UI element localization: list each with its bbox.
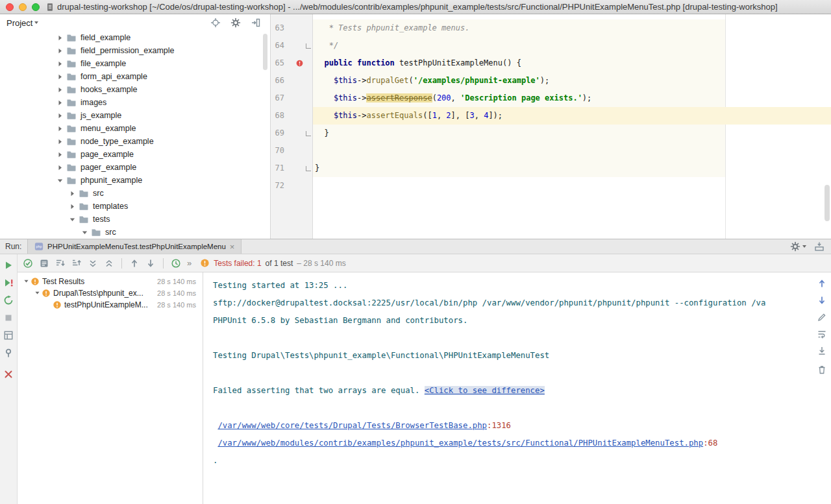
editor-line[interactable]: 71} bbox=[271, 160, 831, 177]
chevron-right-icon[interactable] bbox=[56, 125, 64, 133]
scroll-to-end-icon[interactable] bbox=[817, 346, 827, 356]
test-item-duration: 28 s 140 ms bbox=[157, 301, 203, 309]
rerun-icon[interactable] bbox=[3, 260, 14, 270]
editor-line[interactable]: 68 $this->assertEquals([1, 2], [3, 4]); bbox=[271, 107, 831, 125]
chevron-down-icon[interactable] bbox=[81, 228, 89, 237]
project-tree-item[interactable]: node_type_example bbox=[0, 135, 270, 148]
project-tree-item[interactable]: tests bbox=[0, 213, 270, 226]
chevron-down-icon[interactable] bbox=[56, 176, 64, 185]
test-item-label: Drupal\Tests\phpunit_ex... bbox=[53, 289, 143, 298]
stop-icon[interactable] bbox=[3, 313, 14, 323]
sort-alphabetically-icon[interactable] bbox=[71, 258, 82, 269]
project-tree-item[interactable]: field_permission_example bbox=[0, 44, 270, 57]
show-ignored-icon[interactable] bbox=[39, 258, 49, 269]
folder-icon bbox=[66, 149, 77, 160]
project-tree-item[interactable]: templates bbox=[0, 200, 270, 213]
project-tree-item[interactable]: menu_example bbox=[0, 122, 270, 135]
rerun-failed-tests-icon[interactable] bbox=[3, 278, 14, 288]
editor-line[interactable]: 67 $this->assertResponse(200, 'Descripti… bbox=[271, 90, 831, 107]
project-scrollbar[interactable] bbox=[263, 34, 267, 70]
project-tree-item[interactable]: images bbox=[0, 96, 270, 109]
test-tree-item[interactable]: Drupal\Tests\phpunit_ex...28 s 140 ms bbox=[18, 287, 203, 299]
test-history-icon[interactable] bbox=[171, 258, 181, 269]
close-tab-icon[interactable]: × bbox=[230, 243, 235, 251]
hide-window-icon[interactable] bbox=[814, 241, 825, 252]
view-diff-link[interactable]: <Click to see difference> bbox=[425, 386, 545, 395]
chevron-right-icon[interactable] bbox=[68, 202, 77, 211]
up-stack-trace-icon[interactable] bbox=[817, 278, 827, 289]
close-icon[interactable] bbox=[3, 369, 14, 379]
collapse-all-icon[interactable] bbox=[104, 258, 114, 269]
project-tree-item[interactable]: field_example bbox=[0, 31, 270, 44]
edit-source-icon[interactable] bbox=[817, 312, 827, 322]
folder-icon bbox=[66, 58, 77, 69]
editor-line[interactable]: 72 bbox=[271, 177, 831, 195]
down-stack-trace-icon[interactable] bbox=[817, 295, 827, 306]
chevron-down-icon[interactable] bbox=[32, 289, 42, 297]
chevron-right-icon[interactable] bbox=[56, 34, 64, 42]
clear-console-icon[interactable] bbox=[817, 365, 827, 375]
editor-scrollbar[interactable] bbox=[825, 185, 830, 221]
show-passed-icon[interactable] bbox=[23, 258, 33, 269]
fold-marker-icon[interactable] bbox=[306, 43, 311, 49]
test-results-tree: Test Results28 s 140 msDrupal\Tests\phpu… bbox=[18, 272, 203, 504]
select-opened-file-icon[interactable] bbox=[210, 18, 221, 28]
project-tree: field_examplefield_permission_examplefil… bbox=[0, 31, 270, 239]
stack-trace-link[interactable]: /var/www/web/core/tests/Drupal/Tests/Bro… bbox=[217, 421, 487, 430]
console-line: Failed asserting that two arrays are equ… bbox=[213, 382, 827, 400]
project-tree-item[interactable]: file_example bbox=[0, 57, 270, 70]
settings-icon[interactable] bbox=[790, 241, 800, 252]
chevron-right-icon[interactable] bbox=[56, 138, 64, 146]
editor-line[interactable]: 66 $this->drupalGet('/examples/phpunit-e… bbox=[271, 72, 831, 90]
project-panel-title[interactable]: Project bbox=[6, 18, 38, 28]
editor-line[interactable]: 65 public function testPhpUnitExampleMen… bbox=[271, 54, 831, 72]
editor-line[interactable]: 64 */ bbox=[271, 37, 831, 54]
editor-line[interactable]: 70 bbox=[271, 142, 831, 160]
restore-layout-icon[interactable] bbox=[3, 330, 14, 341]
next-failed-test-icon[interactable] bbox=[145, 258, 156, 269]
chevron-right-icon[interactable] bbox=[56, 150, 64, 159]
previous-failed-test-icon[interactable] bbox=[129, 258, 140, 269]
pin-tab-icon[interactable] bbox=[3, 348, 14, 358]
project-tree-item[interactable]: hooks_example bbox=[0, 83, 270, 96]
hide-panel-icon[interactable] bbox=[251, 18, 261, 28]
test-tree-item[interactable]: testPhpUnitExampleM...28 s 140 ms bbox=[18, 299, 203, 311]
expand-all-icon[interactable] bbox=[88, 258, 98, 269]
settings-icon[interactable] bbox=[230, 18, 241, 28]
chevron-right-icon[interactable] bbox=[56, 163, 64, 172]
editor-line[interactable]: 69 } bbox=[271, 125, 831, 142]
fold-marker-icon[interactable] bbox=[306, 131, 311, 136]
soft-wrap-icon[interactable] bbox=[817, 329, 827, 339]
project-tree-item[interactable]: pager_example bbox=[0, 161, 270, 174]
more-icon[interactable]: » bbox=[187, 258, 192, 269]
stack-trace-link[interactable]: /var/www/web/modules/contrib/examples/ph… bbox=[217, 438, 703, 448]
chevron-right-icon[interactable] bbox=[56, 99, 64, 107]
chevron-down-icon[interactable] bbox=[21, 278, 31, 285]
project-tree-item[interactable]: form_api_example bbox=[0, 70, 270, 83]
failed-test-marker[interactable] bbox=[295, 59, 304, 67]
editor-line[interactable]: 63 * Tests phpunit_example menus. bbox=[271, 19, 831, 37]
chevron-down-icon[interactable] bbox=[68, 215, 77, 224]
toggle-auto-test-icon[interactable] bbox=[3, 295, 14, 306]
project-item-label: hooks_example bbox=[81, 85, 138, 94]
chevron-right-icon[interactable] bbox=[56, 60, 64, 68]
chevron-right-icon[interactable] bbox=[56, 47, 64, 55]
run-tab[interactable]: php PHPUnitExampleMenuTest.testPhpUnitEx… bbox=[27, 239, 242, 254]
sort-by-duration-icon[interactable] bbox=[55, 258, 66, 269]
editor-lines: 63 * Tests phpunit_example menus.64 */65… bbox=[271, 19, 831, 195]
chevron-right-icon[interactable] bbox=[68, 189, 77, 198]
test-tree-item[interactable]: Test Results28 s 140 ms bbox=[18, 276, 203, 287]
project-tree-item[interactable]: src bbox=[0, 226, 270, 239]
zoom-window-button[interactable] bbox=[32, 3, 40, 11]
project-tree-item[interactable]: phpunit_example bbox=[0, 174, 270, 187]
editor[interactable]: 63 * Tests phpunit_example menus.64 */65… bbox=[271, 14, 831, 239]
chevron-right-icon[interactable] bbox=[56, 86, 64, 94]
fold-marker-icon[interactable] bbox=[306, 166, 311, 171]
close-window-button[interactable] bbox=[6, 3, 14, 11]
project-tree-item[interactable]: js_example bbox=[0, 109, 270, 122]
chevron-right-icon[interactable] bbox=[56, 112, 64, 120]
project-tree-item[interactable]: page_example bbox=[0, 148, 270, 161]
project-tree-item[interactable]: src bbox=[0, 187, 270, 200]
minimize-window-button[interactable] bbox=[19, 3, 27, 11]
chevron-right-icon[interactable] bbox=[56, 73, 64, 81]
